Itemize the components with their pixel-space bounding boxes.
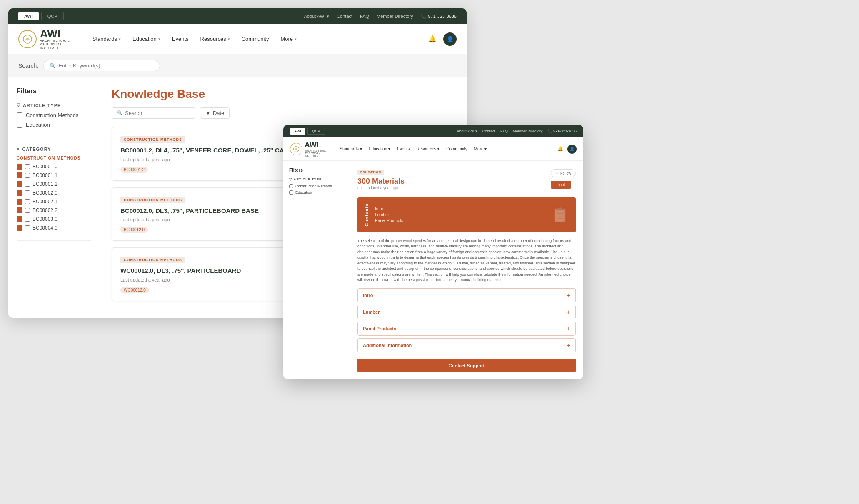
ov-follow-button[interactable]: ♡ Follow	[551, 169, 576, 177]
ov-nav-standards[interactable]: Standards ▾	[336, 145, 365, 153]
filter-education-checkbox[interactable]	[17, 122, 22, 128]
category-bc00004-0[interactable]: BC00004.0	[17, 225, 91, 231]
filter-construction-methods[interactable]: Construction Methods	[17, 112, 91, 118]
ov-article-title: 300 Materials	[357, 177, 405, 186]
tab-awi-button[interactable]: AWI	[18, 12, 39, 20]
ov-member-directory-link[interactable]: Member Directory	[513, 129, 543, 133]
nav-resources[interactable]: Resources ▾	[195, 32, 236, 45]
accordion-lumber-header[interactable]: Lumber +	[358, 305, 575, 319]
logo-circle	[18, 30, 37, 48]
ov-article-actions: ♡ Follow Print	[551, 169, 576, 193]
cat-label-bc00001-0: BC00001.0	[32, 164, 57, 170]
ov-nav-events[interactable]: Events	[394, 145, 413, 153]
ov-contact-link[interactable]: Contact	[482, 129, 495, 133]
article-tag-1[interactable]: BC00001.2	[120, 167, 148, 173]
cat-label-bc00002-2: BC00002.2	[32, 207, 57, 213]
tab-qcp-button[interactable]: QCP	[41, 12, 64, 20]
search-input-wrap: 🔍	[43, 60, 160, 71]
ov-logo-circle	[290, 143, 302, 155]
kb-date-button[interactable]: ▼ Date	[200, 107, 230, 119]
accordion-additional-info-header[interactable]: Additional Information +	[358, 339, 575, 352]
cat-checkbox-bc00001-1[interactable]	[25, 173, 30, 178]
nav-education[interactable]: Education ▾	[127, 32, 166, 45]
ov-nav-resources[interactable]: Resources ▾	[413, 145, 443, 153]
knowledge-base-title: Knowledge Base	[112, 87, 455, 101]
filter-construction-methods-checkbox[interactable]	[17, 112, 22, 118]
date-filter-icon: ▼	[205, 110, 211, 116]
about-awi-link[interactable]: About AWI ▾	[304, 14, 330, 19]
article-type-badge-3: CONSTRUCTION METHODS	[120, 257, 185, 263]
top-bar-tabs: AWI QCP	[18, 12, 64, 20]
ov-filter-construction[interactable]: Construction Methods	[289, 184, 344, 188]
member-directory-link[interactable]: Member Directory	[377, 14, 413, 19]
cat-checkbox-bc00001-2[interactable]	[25, 182, 30, 187]
ov-nav-education[interactable]: Education ▾	[365, 145, 394, 153]
nav-community[interactable]: Community	[236, 32, 275, 45]
ov-nav-community[interactable]: Community	[443, 145, 471, 153]
cat-color-bc00003-0	[17, 216, 22, 222]
contents-intro[interactable]: Intro	[375, 207, 403, 211]
cat-label-bc00002-0: BC00002.0	[32, 190, 57, 196]
contents-box: Contents Intro Lumber Panel Products 📋	[357, 197, 576, 232]
ov-tab-qcp-button[interactable]: QCP	[307, 128, 325, 135]
contents-label: Contents	[364, 203, 369, 227]
category-bc00001-0[interactable]: BC00001.0	[17, 164, 91, 170]
ov-print-button[interactable]: Print	[551, 181, 571, 189]
cat-checkbox-bc00002-1[interactable]	[25, 199, 30, 204]
contact-support-button[interactable]: Contact Support	[357, 359, 576, 372]
ov-about-link[interactable]: About AWI ▾	[457, 129, 477, 133]
nav-standards[interactable]: Standards ▾	[87, 32, 127, 45]
contents-panel-products[interactable]: Panel Products	[375, 218, 403, 223]
cat-color-bc00002-2	[17, 207, 22, 213]
category-bc00002-2[interactable]: BC00002.2	[17, 207, 91, 213]
faq-link[interactable]: FAQ	[360, 14, 369, 19]
ov-nav-more[interactable]: More ▾	[471, 145, 490, 153]
phone-number: 📞 571-323-3636	[420, 14, 457, 19]
cat-checkbox-bc00004-0[interactable]	[25, 225, 30, 230]
filter-icon: ▽	[17, 102, 20, 108]
contact-link[interactable]: Contact	[337, 14, 352, 19]
notifications-button[interactable]: 🔔	[426, 32, 439, 46]
ov-filter-education-checkbox[interactable]	[289, 190, 293, 195]
ov-tab-awi-button[interactable]: AWI	[290, 128, 305, 135]
user-profile-button[interactable]: 👤	[443, 32, 457, 46]
search-input[interactable]	[58, 62, 154, 69]
ov-description: The selection of the proper wood species…	[357, 238, 576, 283]
ov-user-profile-button[interactable]: 👤	[567, 145, 577, 154]
nav-icons: 🔔 👤	[426, 32, 457, 46]
nav-more[interactable]: More ▾	[275, 32, 302, 45]
top-bar: AWI QCP About AWI ▾ Contact FAQ Member D…	[8, 8, 467, 24]
cat-checkbox-bc00003-0[interactable]	[25, 217, 30, 222]
accordion-panel-products-header[interactable]: Panel Products +	[358, 322, 575, 335]
ov-follow-label: Follow	[560, 171, 571, 175]
accordion-panel-products: Panel Products +	[357, 322, 576, 336]
category-bc00002-0[interactable]: BC00002.0	[17, 190, 91, 196]
category-bc00002-1[interactable]: BC00002.1	[17, 199, 91, 205]
cat-checkbox-bc00002-2[interactable]	[25, 208, 30, 213]
ov-faq-link[interactable]: FAQ	[500, 129, 508, 133]
category-icon: ≡	[17, 147, 20, 152]
category-bc00003-0[interactable]: BC00003.0	[17, 216, 91, 222]
kb-search-input[interactable]	[125, 110, 190, 116]
ov-sidebar: Filters ▽ ARTICLE TYPE Construction Meth…	[283, 161, 350, 379]
ov-filter-education[interactable]: Education	[289, 190, 344, 195]
logo-area: AWI ARCHITECTURALWOODWORKINSTITUTE	[18, 28, 70, 50]
nav-events[interactable]: Events	[166, 32, 195, 45]
category-bc00001-2[interactable]: BC00001.2	[17, 181, 91, 187]
article-tag-2[interactable]: BC00012.0	[120, 227, 148, 233]
ov-filter-construction-checkbox[interactable]	[289, 184, 293, 188]
logo-awi-text: AWI	[40, 28, 70, 39]
kb-search-wrap: 🔍	[112, 107, 195, 119]
article-tag-3[interactable]: WC00012.0	[120, 287, 149, 293]
category-bc00001-1[interactable]: BC00001.1	[17, 172, 91, 178]
accordion-intro-header[interactable]: Intro +	[358, 289, 575, 302]
cat-checkbox-bc00002-0[interactable]	[25, 190, 30, 195]
ov-heart-icon: ♡	[555, 171, 559, 175]
cat-checkbox-bc00001-0[interactable]	[25, 164, 30, 169]
accordion-lumber-expand-icon: +	[567, 309, 570, 315]
article-type-label: ▽ ARTICLE TYPE	[17, 102, 91, 108]
category-label: ≡ CATEGORY	[17, 147, 91, 152]
ov-notifications-button[interactable]: 🔔	[556, 145, 565, 154]
contents-lumber[interactable]: Lumber	[375, 212, 403, 217]
filter-education[interactable]: Education	[17, 122, 91, 128]
